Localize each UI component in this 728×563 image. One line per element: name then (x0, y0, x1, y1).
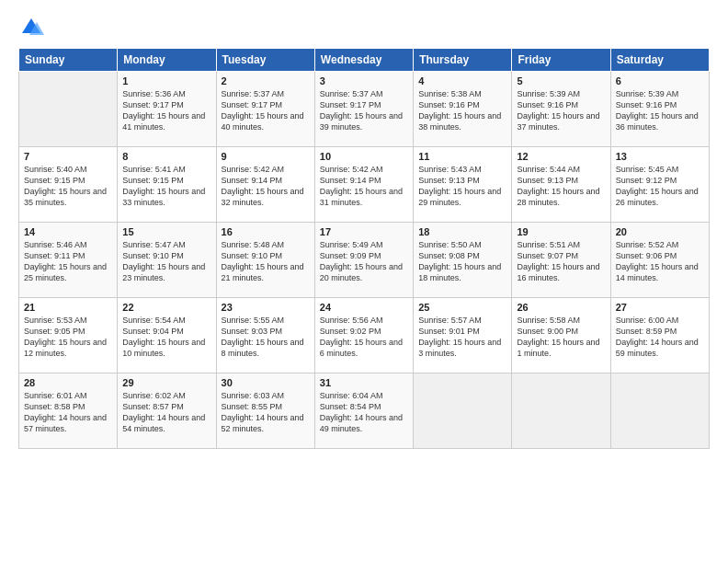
day-number: 10 (320, 151, 408, 162)
cell-info: Sunrise: 5:38 AMSunset: 9:16 PMDaylight:… (418, 88, 506, 133)
day-number: 27 (616, 302, 704, 313)
calendar-cell: 30Sunrise: 6:03 AMSunset: 8:55 PMDayligh… (216, 373, 314, 449)
day-number: 2 (222, 75, 310, 86)
calendar-body: 1Sunrise: 5:36 AMSunset: 9:17 PMDaylight… (19, 72, 710, 449)
calendar-cell: 25Sunrise: 5:57 AMSunset: 9:01 PMDayligh… (414, 298, 512, 373)
cell-info: Sunrise: 6:04 AMSunset: 8:54 PMDaylight:… (320, 390, 408, 435)
calendar-cell: 27Sunrise: 6:00 AMSunset: 8:59 PMDayligh… (610, 298, 709, 373)
day-number: 16 (222, 226, 310, 237)
cell-info: Sunrise: 5:54 AMSunset: 9:04 PMDaylight:… (122, 315, 210, 360)
calendar-cell: 17Sunrise: 5:49 AMSunset: 9:09 PMDayligh… (314, 223, 413, 298)
calendar-cell: 15Sunrise: 5:47 AMSunset: 9:10 PMDayligh… (118, 223, 216, 298)
calendar-cell: 23Sunrise: 5:55 AMSunset: 9:03 PMDayligh… (216, 298, 314, 373)
calendar-cell: 7Sunrise: 5:40 AMSunset: 9:15 PMDaylight… (19, 147, 118, 223)
calendar-cell: 11Sunrise: 5:43 AMSunset: 9:13 PMDayligh… (414, 147, 512, 223)
calendar-week-row: 14Sunrise: 5:46 AMSunset: 9:11 PMDayligh… (19, 223, 710, 298)
calendar-table: SundayMondayTuesdayWednesdayThursdayFrid… (18, 48, 710, 449)
calendar-cell: 12Sunrise: 5:44 AMSunset: 9:13 PMDayligh… (512, 147, 610, 223)
weekday-header: Tuesday (216, 49, 314, 72)
cell-info: Sunrise: 5:41 AMSunset: 9:15 PMDaylight:… (122, 164, 210, 209)
cell-info: Sunrise: 5:39 AMSunset: 9:16 PMDaylight:… (616, 88, 704, 133)
calendar-week-row: 1Sunrise: 5:36 AMSunset: 9:17 PMDaylight… (19, 72, 710, 147)
day-number: 25 (418, 302, 506, 313)
cell-info: Sunrise: 5:39 AMSunset: 9:16 PMDaylight:… (517, 88, 605, 133)
weekday-header: Friday (512, 49, 610, 72)
weekday-header: Monday (118, 49, 216, 72)
calendar-cell: 2Sunrise: 5:37 AMSunset: 9:17 PMDaylight… (216, 72, 314, 147)
calendar-week-row: 28Sunrise: 6:01 AMSunset: 8:58 PMDayligh… (19, 373, 710, 449)
cell-info: Sunrise: 6:01 AMSunset: 8:58 PMDaylight:… (24, 390, 112, 435)
weekday-header: Wednesday (314, 49, 413, 72)
day-number: 13 (616, 151, 704, 162)
weekday-header: Saturday (610, 49, 709, 72)
calendar-cell: 16Sunrise: 5:48 AMSunset: 9:10 PMDayligh… (216, 223, 314, 298)
calendar-cell: 14Sunrise: 5:46 AMSunset: 9:11 PMDayligh… (19, 223, 118, 298)
calendar-week-row: 21Sunrise: 5:53 AMSunset: 9:05 PMDayligh… (19, 298, 710, 373)
cell-info: Sunrise: 5:42 AMSunset: 9:14 PMDaylight:… (222, 164, 310, 209)
calendar-cell: 21Sunrise: 5:53 AMSunset: 9:05 PMDayligh… (19, 298, 118, 373)
cell-info: Sunrise: 5:53 AMSunset: 9:05 PMDaylight:… (24, 315, 112, 360)
day-number: 22 (122, 302, 210, 313)
day-number: 11 (418, 151, 506, 162)
cell-info: Sunrise: 5:37 AMSunset: 9:17 PMDaylight:… (222, 88, 310, 133)
header (18, 15, 710, 40)
day-number: 21 (24, 302, 112, 313)
calendar-cell: 26Sunrise: 5:58 AMSunset: 9:00 PMDayligh… (512, 298, 610, 373)
calendar-cell: 3Sunrise: 5:37 AMSunset: 9:17 PMDaylight… (314, 72, 413, 147)
calendar-cell: 19Sunrise: 5:51 AMSunset: 9:07 PMDayligh… (512, 223, 610, 298)
calendar-header-row: SundayMondayTuesdayWednesdayThursdayFrid… (19, 49, 710, 72)
cell-info: Sunrise: 5:58 AMSunset: 9:00 PMDaylight:… (517, 315, 605, 360)
day-number: 24 (320, 302, 408, 313)
calendar-cell: 20Sunrise: 5:52 AMSunset: 9:06 PMDayligh… (610, 223, 709, 298)
calendar-cell: 6Sunrise: 5:39 AMSunset: 9:16 PMDaylight… (610, 72, 709, 147)
calendar-cell (19, 72, 118, 147)
cell-info: Sunrise: 5:44 AMSunset: 9:13 PMDaylight:… (517, 164, 605, 209)
day-number: 19 (517, 226, 605, 237)
calendar-cell: 10Sunrise: 5:42 AMSunset: 9:14 PMDayligh… (314, 147, 413, 223)
day-number: 23 (222, 302, 310, 313)
calendar-week-row: 7Sunrise: 5:40 AMSunset: 9:15 PMDaylight… (19, 147, 710, 223)
day-number: 15 (122, 226, 210, 237)
day-number: 1 (122, 75, 210, 86)
day-number: 18 (418, 226, 506, 237)
day-number: 20 (616, 226, 704, 237)
cell-info: Sunrise: 5:40 AMSunset: 9:15 PMDaylight:… (24, 164, 112, 209)
calendar-cell: 22Sunrise: 5:54 AMSunset: 9:04 PMDayligh… (118, 298, 216, 373)
cell-info: Sunrise: 5:49 AMSunset: 9:09 PMDaylight:… (320, 239, 408, 284)
cell-info: Sunrise: 5:46 AMSunset: 9:11 PMDaylight:… (24, 239, 112, 284)
calendar-cell: 31Sunrise: 6:04 AMSunset: 8:54 PMDayligh… (314, 373, 413, 449)
cell-info: Sunrise: 5:56 AMSunset: 9:02 PMDaylight:… (320, 315, 408, 360)
calendar-cell: 8Sunrise: 5:41 AMSunset: 9:15 PMDaylight… (118, 147, 216, 223)
day-number: 12 (517, 151, 605, 162)
cell-info: Sunrise: 5:48 AMSunset: 9:10 PMDaylight:… (222, 239, 310, 284)
day-number: 3 (320, 75, 408, 86)
logo-icon (18, 15, 44, 40)
cell-info: Sunrise: 6:00 AMSunset: 8:59 PMDaylight:… (616, 315, 704, 360)
day-number: 29 (122, 377, 210, 388)
weekday-header: Thursday (414, 49, 512, 72)
day-number: 26 (517, 302, 605, 313)
cell-info: Sunrise: 5:36 AMSunset: 9:17 PMDaylight:… (122, 88, 210, 133)
calendar-cell: 9Sunrise: 5:42 AMSunset: 9:14 PMDaylight… (216, 147, 314, 223)
calendar-cell: 5Sunrise: 5:39 AMSunset: 9:16 PMDaylight… (512, 72, 610, 147)
cell-info: Sunrise: 5:55 AMSunset: 9:03 PMDaylight:… (222, 315, 310, 360)
day-number: 4 (418, 75, 506, 86)
day-number: 17 (320, 226, 408, 237)
calendar-cell (610, 373, 709, 449)
calendar-cell: 18Sunrise: 5:50 AMSunset: 9:08 PMDayligh… (414, 223, 512, 298)
day-number: 7 (24, 151, 112, 162)
calendar-cell: 24Sunrise: 5:56 AMSunset: 9:02 PMDayligh… (314, 298, 413, 373)
calendar-cell: 28Sunrise: 6:01 AMSunset: 8:58 PMDayligh… (19, 373, 118, 449)
cell-info: Sunrise: 5:50 AMSunset: 9:08 PMDaylight:… (418, 239, 506, 284)
cell-info: Sunrise: 5:57 AMSunset: 9:01 PMDaylight:… (418, 315, 506, 360)
day-number: 14 (24, 226, 112, 237)
cell-info: Sunrise: 5:52 AMSunset: 9:06 PMDaylight:… (616, 239, 704, 284)
calendar-cell: 29Sunrise: 6:02 AMSunset: 8:57 PMDayligh… (118, 373, 216, 449)
cell-info: Sunrise: 5:51 AMSunset: 9:07 PMDaylight:… (517, 239, 605, 284)
calendar-cell: 1Sunrise: 5:36 AMSunset: 9:17 PMDaylight… (118, 72, 216, 147)
cell-info: Sunrise: 6:03 AMSunset: 8:55 PMDaylight:… (222, 390, 310, 435)
day-number: 6 (616, 75, 704, 86)
day-number: 31 (320, 377, 408, 388)
cell-info: Sunrise: 5:45 AMSunset: 9:12 PMDaylight:… (616, 164, 704, 209)
cell-info: Sunrise: 5:37 AMSunset: 9:17 PMDaylight:… (320, 88, 408, 133)
